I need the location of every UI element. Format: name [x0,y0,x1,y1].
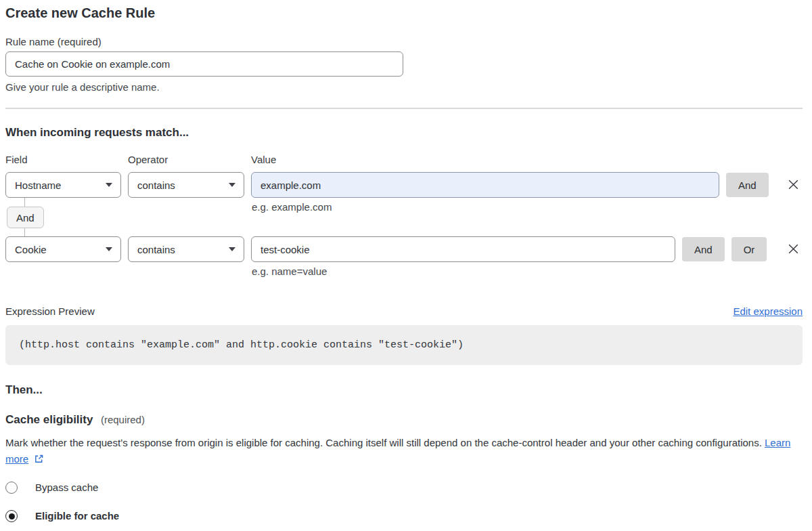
rule-name-label: Rule name (required) [5,35,803,49]
and-button-row1[interactable]: And [726,173,769,197]
required-note: (required) [101,414,145,425]
field-select-1-value: Hostname [15,179,61,191]
condition-row: Cookie contains e.g. name=value And Or [5,236,803,262]
remove-condition-button-2[interactable] [786,242,800,256]
create-cache-rule-page: Create new Cache Rule Rule name (require… [0,0,812,524]
radio-icon [5,482,18,494]
chevron-down-icon [106,183,112,187]
condition-column-labels: Field Operator Value [5,153,803,167]
condition-value-input-2[interactable] [251,236,675,262]
field-select-2[interactable]: Cookie [5,236,121,262]
close-icon [787,247,800,257]
then-heading: Then... [5,383,803,398]
remove-condition-button-1[interactable] [786,178,800,192]
and-button-row2[interactable]: And [682,237,725,261]
condition-value-input-1[interactable] [251,172,719,198]
external-link-icon [34,454,44,466]
expression-preview-box: (http.host contains "example.com" and ht… [5,325,803,365]
value-column: e.g. name=value [251,236,675,262]
expression-preview-label: Expression Preview [5,305,95,318]
rule-name-input[interactable] [5,51,403,77]
field-select-2-value: Cookie [15,244,47,255]
radio-eligible-for-cache[interactable]: Eligible for cache [5,509,803,524]
radio-bypass-cache-label: Bypass cache [35,480,98,495]
chevron-down-icon [229,183,235,187]
value-hint-2: e.g. name=value [252,266,327,277]
expression-preview-code: (http.host contains "example.com" and ht… [19,339,789,352]
operator-select-1-value: contains [137,179,175,191]
and-connector-button[interactable]: And [7,207,44,228]
cache-eligibility-heading: Cache eligibility [5,413,93,426]
description-text: Mark whether the request’s response from… [5,437,762,448]
cache-eligibility-heading-row: Cache eligibility (required) [5,412,803,427]
expression-preview-header: Expression Preview Edit expression [5,305,803,318]
connector-line [24,198,25,207]
chevron-down-icon [106,247,112,251]
close-icon [787,183,800,193]
condition-connector: And [5,198,803,236]
radio-eligible-for-cache-label: Eligible for cache [35,509,119,524]
chevron-down-icon [229,247,235,251]
edit-expression-link[interactable]: Edit expression [733,305,803,318]
operator-select-2[interactable]: contains [128,236,244,262]
field-column-label: Field [5,153,128,167]
or-button-row2[interactable]: Or [731,237,767,261]
operator-select-1[interactable]: contains [128,172,244,198]
page-title: Create new Cache Rule [5,5,803,21]
value-column-label: Value [251,153,276,167]
field-select-1[interactable]: Hostname [5,172,121,198]
radio-bypass-cache[interactable]: Bypass cache [5,480,803,495]
operator-select-2-value: contains [137,244,175,255]
connector-line [24,228,25,236]
value-column: e.g. example.com [251,172,719,198]
cache-eligibility-description: Mark whether the request’s response from… [5,435,794,469]
section-divider [5,108,803,109]
radio-icon [5,510,18,522]
condition-row: Hostname contains e.g. example.com And [5,172,803,198]
operator-column-label: Operator [128,153,251,167]
rule-name-helper: Give your rule a descriptive name. [5,81,803,94]
match-heading: When incoming requests match... [5,125,803,140]
